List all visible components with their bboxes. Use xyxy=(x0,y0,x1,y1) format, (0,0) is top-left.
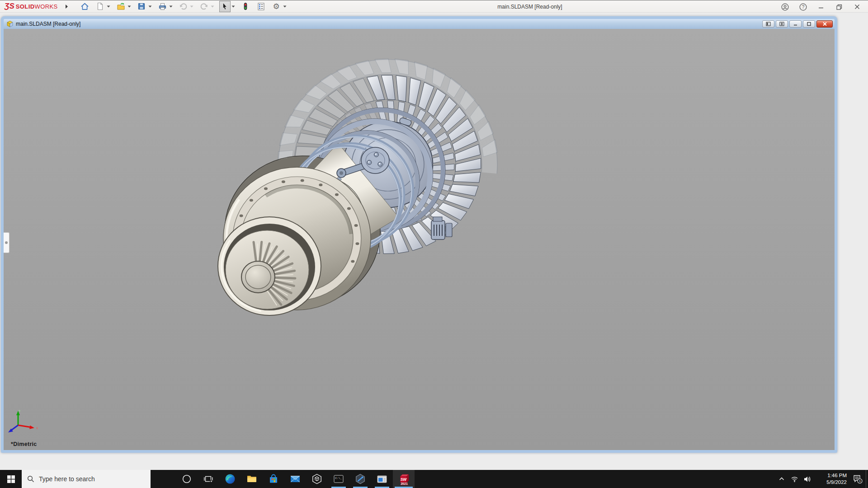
toolbar-flyout-arrow-icon[interactable] xyxy=(65,4,68,9)
taskbar-edge-button[interactable] xyxy=(219,470,241,488)
print-button[interactable] xyxy=(157,1,168,12)
logo-text-bold: SOLID xyxy=(16,3,35,10)
taskbar-search[interactable] xyxy=(22,470,151,488)
file-explorer-icon xyxy=(246,473,258,485)
solidworks-2021-icon: SW 2021 xyxy=(398,473,410,485)
home-icon xyxy=(80,2,89,11)
command-prompt-icon: C:\_ xyxy=(333,473,344,485)
help-button[interactable]: ? xyxy=(794,0,812,13)
app-window-controls: ? xyxy=(776,0,866,13)
search-input[interactable] xyxy=(39,475,143,483)
windows-logo-icon xyxy=(7,475,15,483)
options-dropdown[interactable] xyxy=(283,1,288,12)
volume-icon xyxy=(803,475,811,483)
redo-icon xyxy=(200,2,208,11)
3d-viewer-icon xyxy=(311,473,323,485)
svg-text:?: ? xyxy=(802,5,804,9)
show-pane-left-button[interactable] xyxy=(762,20,774,28)
close-icon xyxy=(854,4,860,10)
search-icon xyxy=(27,475,34,483)
taskbar-app-icons: C:\_ xyxy=(176,470,415,488)
cortana-icon xyxy=(181,474,192,484)
close-button[interactable] xyxy=(848,0,866,13)
clock-date: 5/9/2022 xyxy=(815,479,847,486)
undo-dropdown[interactable] xyxy=(189,1,194,12)
account-button[interactable] xyxy=(776,0,794,13)
taskbar-task-view-button[interactable] xyxy=(198,470,219,488)
save-button[interactable] xyxy=(136,1,147,12)
new-document-dropdown[interactable] xyxy=(106,1,111,12)
document-titlebar[interactable]: main.SLDASM [Read-only] xyxy=(4,19,835,29)
x-axis-arrow xyxy=(18,425,31,427)
chevron-up-icon xyxy=(778,475,785,483)
redo-button[interactable] xyxy=(198,1,210,12)
app-window-icon xyxy=(376,473,388,485)
restore-icon xyxy=(836,4,843,10)
restore-button[interactable] xyxy=(830,0,848,13)
document-restore-button[interactable] xyxy=(803,20,815,28)
action-center-button[interactable]: 1 xyxy=(849,470,866,488)
sw-year-label: 2021 xyxy=(401,482,408,485)
file-properties-icon xyxy=(257,2,265,11)
taskbar-clock[interactable]: 1:46 PM 5/9/2022 xyxy=(815,472,847,486)
show-pane-right-button[interactable] xyxy=(776,20,788,28)
start-button[interactable] xyxy=(0,470,22,488)
redo-dropdown[interactable] xyxy=(210,1,215,12)
tray-wifi-button[interactable] xyxy=(788,470,801,488)
tray-volume-button[interactable] xyxy=(801,470,813,488)
store-icon xyxy=(268,473,279,485)
app-workspace: main.SLDASM [Read-only] xyxy=(0,13,868,470)
rebuild-button[interactable] xyxy=(240,1,251,12)
taskbar-mail-button[interactable] xyxy=(284,470,306,488)
orientation-triad[interactable]: x xyxy=(5,409,40,445)
clock-time: 1:46 PM xyxy=(815,472,847,479)
taskbar-solidworks-button[interactable]: SW 2021 xyxy=(393,470,415,488)
splitter-grip-icon xyxy=(5,241,8,244)
select-tool-button[interactable] xyxy=(219,1,231,12)
taskbar-3d-viewer-button[interactable] xyxy=(306,470,328,488)
assembly-document-icon xyxy=(6,20,14,28)
select-tool-dropdown[interactable] xyxy=(231,1,236,12)
taskbar-cortana-button[interactable] xyxy=(176,470,198,488)
save-dropdown[interactable] xyxy=(148,1,153,12)
edge-icon xyxy=(224,473,236,485)
graphics-viewport[interactable]: x *Dimetric xyxy=(4,29,835,450)
featuremanager-splitter-tab[interactable] xyxy=(4,232,9,253)
action-center-icon: 1 xyxy=(853,474,863,484)
edrawings-icon xyxy=(354,473,366,485)
sw-letters: SW xyxy=(400,477,407,481)
document-window-controls xyxy=(762,20,833,28)
options-button[interactable]: ⚙ xyxy=(271,1,282,12)
z-axis-arrow xyxy=(11,425,18,430)
account-icon xyxy=(781,3,789,11)
taskbar-command-prompt-button[interactable]: C:\_ xyxy=(328,470,349,488)
triad-y-tip-dot xyxy=(19,410,20,412)
screen: ƷS SOLID WORKS xyxy=(0,0,868,488)
print-dropdown[interactable] xyxy=(169,1,174,12)
new-document-button[interactable] xyxy=(94,1,106,12)
taskbar-app-window-button[interactable] xyxy=(371,470,393,488)
minimize-icon xyxy=(818,4,824,10)
system-tray: 1:46 PM 5/9/2022 1 xyxy=(775,470,868,488)
home-button[interactable] xyxy=(79,1,90,12)
open-folder-icon xyxy=(117,2,125,11)
cmd-prompt-text: C:\_ xyxy=(335,477,342,480)
taskbar-edrawings-button[interactable] xyxy=(349,470,371,488)
show-desktop-button[interactable] xyxy=(866,470,868,488)
taskbar-store-button[interactable] xyxy=(263,470,284,488)
tray-chevron-button[interactable] xyxy=(775,470,788,488)
solidworks-logo: ƷS SOLID WORKS xyxy=(5,2,58,11)
undo-button[interactable] xyxy=(178,1,189,12)
document-minimize-button[interactable] xyxy=(789,20,802,28)
document-window: main.SLDASM [Read-only] xyxy=(1,16,837,453)
open-button[interactable] xyxy=(115,1,127,12)
rebuild-traffic-light-icon xyxy=(241,2,250,10)
open-dropdown[interactable] xyxy=(127,1,132,12)
taskbar: C:\_ xyxy=(0,470,868,488)
solidworks-logo-mark-icon: ƷS xyxy=(5,2,14,11)
taskbar-file-explorer-button[interactable] xyxy=(241,470,263,488)
document-close-button[interactable] xyxy=(816,20,833,28)
minimize-button[interactable] xyxy=(812,0,830,13)
jet-engine-3d-model[interactable] xyxy=(4,29,835,450)
file-properties-button[interactable] xyxy=(255,1,267,12)
